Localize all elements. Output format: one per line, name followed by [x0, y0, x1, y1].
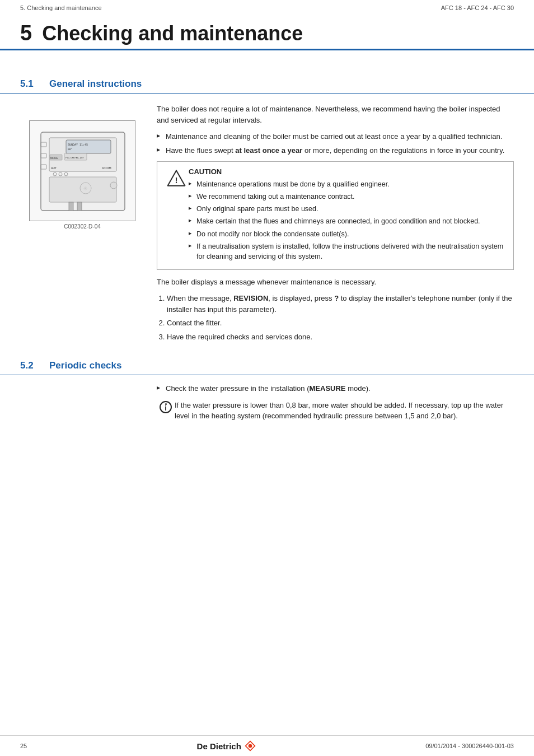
svg-text:SUNDAY 11:45: SUNDAY 11:45 — [68, 143, 88, 146]
svg-text:MODE: MODE — [50, 157, 58, 160]
caution-item-1: Maintenance operations must be done by a… — [189, 179, 507, 189]
caution-item-6: If a neutralisation system is installed,… — [189, 241, 507, 262]
section2-right-col: Check the water pressure in the installa… — [154, 375, 514, 427]
section-2-title: Periodic checks — [49, 360, 121, 371]
svg-text:!: ! — [175, 175, 177, 185]
footer-page-number: 25 — [20, 743, 27, 749]
step-2: Contact the fitter. — [167, 318, 514, 329]
step-3: Have the required checks and services do… — [167, 332, 514, 343]
section-1-content: SUNDAY 11:45 68° MODE PCL OM.FAIL.D27 AU… — [0, 94, 534, 348]
bullet-item-2: Have the flues swept at least once a yea… — [157, 145, 514, 156]
after-caution-text: The boiler displays a message whenever m… — [157, 277, 514, 288]
chapter-title-section: 5Checking and maintenance — [0, 16, 534, 50]
svg-rect-2 — [66, 140, 111, 153]
section-1-title: General instructions — [49, 78, 142, 90]
section-2-number: 5.2 — [20, 360, 49, 371]
svg-rect-19 — [77, 202, 82, 211]
step-1: When the message, REVISION, is displayed… — [167, 293, 514, 315]
caution-title: CAUTION — [189, 167, 507, 176]
image-caption: C002302-D-04 — [64, 223, 101, 230]
section-1-number: 5.1 — [20, 78, 49, 90]
caution-item-5: Do not modify nor block the condensate o… — [189, 229, 507, 239]
left-column: SUNDAY 11:45 68° MODE PCL OM.FAIL.D27 AU… — [20, 94, 154, 348]
boiler-image: SUNDAY 11:45 68° MODE PCL OM.FAIL.D27 AU… — [29, 120, 135, 221]
section-2-heading: 5.2 Periodic checks — [0, 352, 534, 375]
caution-list: Maintenance operations must be done by a… — [189, 179, 507, 262]
boiler-schematic-svg: SUNDAY 11:45 68° MODE PCL OM.FAIL.D27 AU… — [30, 121, 135, 221]
info-letter: i — [165, 404, 167, 412]
info-dot — [165, 403, 167, 405]
periodic-bullet-1: Check the water pressure in the installa… — [157, 383, 514, 394]
caution-icon: ! — [164, 167, 189, 188]
bold-text-1: at least once a year — [235, 146, 302, 155]
svg-text:AUT: AUT — [51, 166, 57, 170]
caution-content: CAUTION Maintenance operations must be d… — [189, 167, 507, 264]
footer-brand-name: De Dietrich — [197, 741, 241, 751]
section-2-content: Check the water pressure in the installa… — [0, 375, 534, 427]
page-footer: 25 De Dietrich 09/01/2014 - 300026440-00… — [0, 735, 534, 756]
step-list: When the message, REVISION, is displayed… — [167, 293, 514, 342]
svg-text:PCL  OM.FAIL.D27: PCL OM.FAIL.D27 — [65, 156, 85, 159]
info-row: i If the water pressure is lower than 0,… — [157, 400, 514, 422]
chapter-title: Checking and maintenance — [42, 22, 303, 45]
info-icon-circle: i — [160, 401, 172, 413]
boiler-image-wrap: SUNDAY 11:45 68° MODE PCL OM.FAIL.D27 AU… — [20, 120, 144, 230]
caution-item-3: Only original spare parts must be used. — [189, 204, 507, 214]
svg-rect-18 — [69, 202, 73, 211]
section2-bullets: Check the water pressure in the installa… — [157, 383, 514, 394]
info-text-content: If the water pressure is lower than 0,8 … — [175, 400, 514, 422]
warning-triangle-icon: ! — [167, 169, 186, 188]
caution-box: ! CAUTION Maintenance operations must be… — [157, 161, 514, 270]
section-1-heading: 5.1 General instructions — [0, 71, 534, 94]
svg-point-26 — [248, 744, 252, 748]
section2-left-col — [20, 375, 154, 427]
section1-bullets: Maintenance and cleaning of the boiler m… — [157, 131, 514, 156]
svg-text:68°: 68° — [68, 148, 72, 151]
svg-point-22 — [110, 182, 117, 189]
bullet-item-1: Maintenance and cleaning of the boiler m… — [157, 131, 514, 142]
breadcrumb-left: 5. Checking and maintenance — [20, 4, 102, 11]
svg-text:☀: ☀ — [83, 185, 88, 192]
page-header: 5. Checking and maintenance AFC 18 - AFC… — [0, 0, 534, 16]
caution-item-4: Make certain that the flues and chimneys… — [189, 216, 507, 226]
footer-logo: De Dietrich — [197, 740, 256, 752]
de-dietrich-logo-icon — [245, 740, 256, 752]
intro-text: The boiler does not require a lot of mai… — [157, 104, 514, 125]
breadcrumb-right: AFC 18 - AFC 24 - AFC 30 — [441, 4, 514, 11]
chapter-number: 5 — [20, 21, 32, 45]
info-icon: i — [157, 400, 175, 413]
svg-text:ROOM: ROOM — [102, 166, 111, 170]
footer-date: 09/01/2014 - 300026440-001-03 — [425, 743, 514, 749]
right-column: The boiler does not require a lot of mai… — [154, 94, 514, 348]
caution-item-2: We recommend taking out a maintenance co… — [189, 192, 507, 202]
